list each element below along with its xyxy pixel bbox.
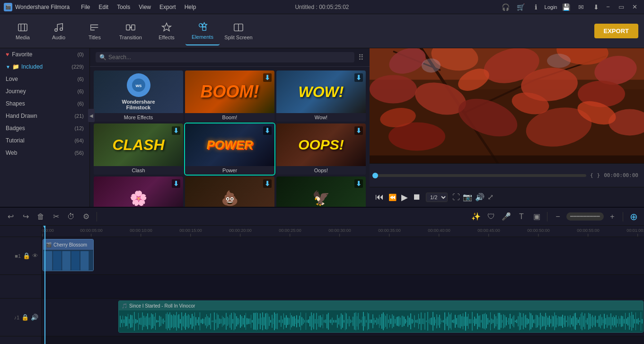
panel-item-shapes[interactable]: Shapes (6) <box>0 97 89 110</box>
element-card-row3a[interactable]: 🌸 ⬇ <box>94 176 183 207</box>
track-selector[interactable]: 1/2 1/1 2/2 <box>426 193 448 202</box>
toolbar-splitscreen[interactable]: Split Screen <box>221 17 256 45</box>
video-clip-icon: 🎬 <box>46 242 52 247</box>
frame-backward-button[interactable]: ⏪ <box>388 194 397 201</box>
element-card-row3b[interactable]: 💩 ⬇ <box>185 176 274 207</box>
menu-edit[interactable]: Edit <box>95 2 113 12</box>
save-icon[interactable]: 💾 <box>560 2 572 12</box>
menu-tools[interactable]: Tools <box>113 2 134 12</box>
cut-button[interactable]: ✂ <box>49 210 62 223</box>
toolbar-separator <box>97 212 97 221</box>
panel-item-tutorial[interactable]: Tutorial (64) <box>0 134 89 147</box>
stop-button[interactable]: ⏹ <box>413 192 421 202</box>
login-button[interactable]: Login <box>545 2 557 12</box>
row3c-download-icon[interactable]: ⬇ <box>354 179 363 188</box>
menu-export[interactable]: Export <box>156 2 180 12</box>
undo-button[interactable]: ↩ <box>4 210 17 223</box>
picture-in-picture-button[interactable]: ▣ <box>530 210 543 223</box>
panel-item-love[interactable]: Love (6) <box>0 73 89 85</box>
eye-icon-v1[interactable]: 👁 <box>32 252 38 259</box>
panel-collapse-button[interactable]: ◀ <box>88 109 90 122</box>
maximize-button[interactable]: ▭ <box>616 2 627 12</box>
delete-button[interactable]: 🗑 <box>34 210 47 223</box>
video-clip-cherry[interactable]: 🎬 Cherry Blossom <box>43 239 94 271</box>
shield-button[interactable]: 🛡 <box>485 210 498 223</box>
step-backward-button[interactable]: ⏮ <box>375 192 384 202</box>
add-track-button[interactable]: ⊕ <box>627 210 640 223</box>
search-input-wrap[interactable]: 🔍 <box>96 52 354 62</box>
svg-rect-40 <box>53 251 61 270</box>
timeline: ↩ ↪ 🗑 ✂ ⏱ ⚙ ✨ 🛡 🎤 T ▣ − ━━━━━━━━━ + ⊕ ■1… <box>0 207 644 344</box>
play-button[interactable]: ▶ <box>401 192 408 203</box>
clash-download-icon[interactable]: ⬇ <box>172 126 180 135</box>
ruler-mark-10: 00:00:10:00 <box>130 228 152 237</box>
lock-icon-v1[interactable]: 🔒 <box>23 252 30 259</box>
volume-icon-a1[interactable]: 🔊 <box>31 314 38 321</box>
panel-item-included[interactable]: ▼ 📁 Included (229) <box>0 61 89 73</box>
redo-button[interactable]: ↪ <box>19 210 32 223</box>
element-card-oops[interactable]: OOPS! ⬇ Oops! <box>276 123 366 175</box>
minimize-button[interactable]: − <box>602 2 614 12</box>
toolbar-transition[interactable]: Transition <box>114 17 148 45</box>
wow-download-icon[interactable]: ⬇ <box>354 73 363 82</box>
element-card-boom[interactable]: BOOM! ⬇ Boom! <box>185 71 274 122</box>
toolbar-audio[interactable]: Audio <box>42 17 76 45</box>
mic-button[interactable]: 🎤 <box>500 210 513 223</box>
web-count: (56) <box>74 150 84 156</box>
timer-button[interactable]: ⏱ <box>64 210 78 223</box>
waveform-bars <box>119 310 643 332</box>
export-button[interactable]: EXPORT <box>594 24 638 38</box>
timecode-display: 00:00:00:00 <box>604 172 638 178</box>
power-download-icon[interactable]: ⬇ <box>263 126 272 135</box>
panel-item-badges[interactable]: Badges (12) <box>0 122 89 134</box>
element-card-wow[interactable]: WOW! ⬇ Wow! <box>276 71 366 122</box>
zoom-in-button[interactable]: + <box>606 210 619 223</box>
ruler-mark-45: 00:00:45:00 <box>477 228 500 237</box>
zoom-out-button[interactable]: − <box>551 210 565 223</box>
clash-label: Clash <box>94 166 183 175</box>
row3a-download-icon[interactable]: ⬇ <box>172 179 180 188</box>
toolbar-titles[interactable]: Titles <box>78 17 112 45</box>
volume-icon[interactable]: 🔊 <box>475 193 485 202</box>
mail-icon[interactable]: ✉ <box>575 2 587 12</box>
panel-item-favorite[interactable]: ♥ Favorite (0) <box>0 48 89 61</box>
headphone-icon[interactable]: 🎧 <box>499 2 512 12</box>
fullscreen-icon[interactable]: ⤢ <box>487 193 494 202</box>
panel-item-handdrawn[interactable]: Hand Drawn (21) <box>0 110 89 122</box>
adjust-button[interactable]: ⚙ <box>79 210 93 223</box>
oops-download-icon[interactable]: ⬇ <box>354 126 363 135</box>
panel-item-web[interactable]: Web (56) <box>0 147 89 159</box>
toolbar-elements[interactable]: Elements <box>185 17 220 45</box>
playhead[interactable] <box>44 226 45 344</box>
window-title: Untitled : 00:05:25:02 <box>295 4 349 10</box>
zoom-slider[interactable]: ━━━━━━━━━ <box>566 212 604 221</box>
boom-download-icon[interactable]: ⬇ <box>263 73 272 82</box>
menu-view[interactable]: View <box>135 2 155 12</box>
element-card-power[interactable]: POWER ⬇ Power <box>185 123 274 175</box>
menu-help[interactable]: Help <box>181 2 200 12</box>
grid-toggle-icon[interactable]: ⠿ <box>358 53 364 62</box>
row3b-download-icon[interactable]: ⬇ <box>263 179 272 188</box>
menu-file[interactable]: File <box>77 2 94 12</box>
cart-icon[interactable]: 🛒 <box>514 2 527 12</box>
toolbar-media[interactable]: Media <box>6 17 40 45</box>
magic-button[interactable]: ✨ <box>469 210 483 223</box>
element-card-row3c[interactable]: 🦅 ⬇ <box>276 176 366 207</box>
close-button[interactable]: ✕ <box>629 2 640 12</box>
audio-clip-music[interactable]: 🎵 Since I Started - Roll In Vinocor <box>118 300 644 333</box>
oops-label: Oops! <box>276 166 366 175</box>
element-card-clash[interactable]: CLASH ⬇ Clash <box>94 123 183 175</box>
snapshot-icon[interactable]: 📷 <box>463 193 472 202</box>
lock-icon-a1[interactable]: 🔒 <box>21 314 29 321</box>
element-card-filmstock[interactable]: WS Wondershare Filmstock More Effects <box>94 71 183 122</box>
svg-rect-42 <box>71 251 79 270</box>
ruler-spacer <box>0 226 41 237</box>
download-icon[interactable]: ⬇ <box>590 2 602 12</box>
info-icon[interactable]: ℹ <box>529 2 542 12</box>
toolbar-effects[interactable]: Effects <box>150 17 184 45</box>
search-input[interactable] <box>108 54 351 61</box>
full-screen-icon[interactable]: ⛶ <box>452 193 460 202</box>
text-button[interactable]: T <box>515 210 528 223</box>
panel-item-journey[interactable]: Journey (6) <box>0 85 89 97</box>
progress-bar[interactable] <box>375 174 586 177</box>
